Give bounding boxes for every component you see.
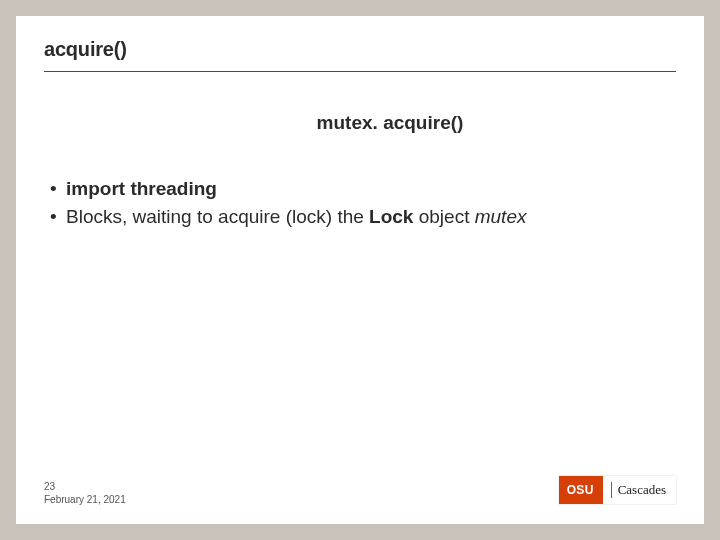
logo-divider [611,482,612,499]
footer-date: February 21, 2021 [44,494,126,507]
osu-logo-campus: Cascades [602,476,676,504]
list-item: Blocks, waiting to acquire (lock) the Lo… [48,204,676,230]
osu-logo-abbr: OSU [559,476,602,504]
bullet-list: import threading Blocks, waiting to acqu… [44,176,676,230]
bullet-text-bold: Lock [369,206,413,227]
osu-logo-campus-text: Cascades [618,482,666,498]
bullet-text: Blocks, waiting to acquire (lock) the [66,206,369,227]
footer: 23 February 21, 2021 [44,481,126,506]
title-rule [44,71,676,72]
code-subtitle: mutex. acquire() [44,112,676,134]
bullet-text-bold: import threading [66,178,217,199]
osu-logo: OSU Cascades [559,476,676,504]
bullet-text-italic: mutex [475,206,527,227]
list-item: import threading [48,176,676,202]
page-number: 23 [44,481,126,494]
bullet-text: object [413,206,474,227]
slide-title: acquire() [44,38,676,61]
slide: acquire() mutex. acquire() import thread… [16,16,704,524]
